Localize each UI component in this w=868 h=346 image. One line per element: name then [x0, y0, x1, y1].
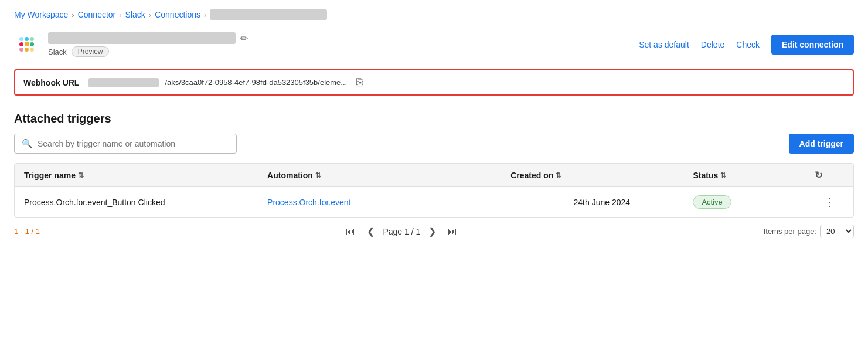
breadcrumb-connections[interactable]: Connections	[155, 10, 200, 19]
copy-icon[interactable]: ⎘	[356, 76, 363, 89]
breadcrumb-slack[interactable]: Slack	[125, 10, 145, 19]
connection-name-row: ✏	[48, 32, 248, 44]
svg-rect-1	[19, 42, 23, 46]
status-badge: Active	[693, 195, 731, 209]
svg-rect-3	[25, 42, 29, 46]
breadcrumb-sep-3: ›	[149, 11, 151, 19]
col-status: Status ⇅	[693, 169, 815, 181]
pagination-center: ⏮ ❮ Page 1 / 1 ❯ ⏭	[342, 225, 461, 238]
sort-automation-icon[interactable]: ⇅	[315, 171, 321, 179]
breadcrumb-sep-4: ›	[204, 11, 206, 19]
edit-pencil-icon[interactable]: ✏	[240, 33, 248, 44]
pagination-range: 1 - 1 / 1	[14, 227, 40, 236]
svg-rect-5	[25, 48, 29, 52]
first-page-button[interactable]: ⏮	[342, 225, 359, 238]
edit-connection-button[interactable]: Edit connection	[771, 35, 854, 55]
sort-created-on-icon[interactable]: ⇅	[556, 171, 561, 179]
items-per-page-select[interactable]: 20 10 50 100	[820, 225, 854, 238]
svg-rect-9	[30, 48, 34, 52]
table-header: Trigger name ⇅ Automation ⇅ Created on ⇅…	[15, 164, 853, 187]
header-actions: Set as default Delete Check Edit connect…	[639, 35, 854, 55]
table-row: Process.Orch.for.event_Button Clicked Pr…	[15, 187, 853, 217]
connection-header: ✏ Slack Preview Set as default Delete Ch…	[0, 27, 868, 65]
webhook-url-display: /aks/3caa0f72-0958-4ef7-98fd-da532305f35…	[88, 76, 845, 89]
cell-status: Active	[693, 195, 815, 209]
webhook-url-text: /aks/3caa0f72-0958-4ef7-98fd-da532305f35…	[165, 78, 347, 87]
items-per-page-label: Items per page:	[764, 227, 816, 236]
next-page-button[interactable]: ❯	[425, 225, 440, 238]
check-link[interactable]: Check	[736, 40, 760, 49]
svg-rect-4	[30, 42, 34, 46]
header-left: ✏ Slack Preview	[14, 32, 248, 57]
page-label: Page 1 / 1	[383, 227, 420, 236]
webhook-url-label: Webhook URL	[23, 78, 79, 87]
last-page-button[interactable]: ⏭	[444, 225, 461, 238]
cell-automation[interactable]: Process.Orch.for.event	[267, 198, 510, 207]
slack-label: Slack	[48, 48, 67, 56]
triggers-table: Trigger name ⇅ Automation ⇅ Created on ⇅…	[14, 163, 854, 218]
search-icon: 🔍	[22, 138, 33, 149]
svg-rect-7	[30, 37, 34, 41]
set-as-default-link[interactable]: Set as default	[639, 40, 689, 49]
delete-link[interactable]: Delete	[701, 40, 724, 49]
breadcrumb-connector[interactable]: Connector	[78, 10, 116, 19]
prev-page-button[interactable]: ❮	[363, 225, 378, 238]
col-trigger-name: Trigger name ⇅	[24, 169, 267, 181]
sort-trigger-name-icon[interactable]: ⇅	[78, 171, 84, 179]
breadcrumb-my-workspace[interactable]: My Workspace	[14, 10, 68, 19]
connection-name-blurred	[48, 32, 236, 44]
items-per-page: Items per page: 20 10 50 100	[764, 225, 854, 238]
search-box: 🔍	[14, 134, 237, 154]
search-input[interactable]	[38, 139, 229, 148]
svg-rect-2	[25, 37, 29, 41]
search-add-row: 🔍 Add trigger	[0, 134, 868, 163]
more-options-icon[interactable]: ⋮	[824, 196, 835, 208]
breadcrumb-sep-1: ›	[72, 11, 74, 19]
sort-status-icon[interactable]: ⇅	[720, 171, 726, 179]
attached-triggers-title: Attached triggers	[0, 107, 868, 134]
svg-rect-8	[19, 48, 23, 52]
col-actions: ↻	[815, 169, 844, 181]
refresh-icon[interactable]: ↻	[815, 169, 822, 181]
col-automation: Automation ⇅	[267, 169, 510, 181]
webhook-url-blurred	[88, 78, 159, 87]
cell-created-on: 24th June 2024	[510, 198, 693, 207]
breadcrumb: My Workspace › Connector › Slack › Conne…	[0, 0, 868, 27]
preview-badge: Preview	[72, 46, 110, 57]
cell-trigger-name: Process.Orch.for.event_Button Clicked	[24, 198, 267, 207]
svg-rect-6	[19, 37, 23, 41]
slack-logo-icon	[14, 32, 40, 57]
col-created-on: Created on ⇅	[510, 169, 693, 181]
webhook-section: Webhook URL /aks/3caa0f72-0958-4ef7-98fd…	[14, 69, 854, 96]
slack-label-row: Slack Preview	[48, 46, 248, 57]
pagination-row: 1 - 1 / 1 ⏮ ❮ Page 1 / 1 ❯ ⏭ Items per p…	[0, 218, 868, 245]
breadcrumb-sep-2: ›	[119, 11, 121, 19]
connection-info: ✏ Slack Preview	[48, 32, 248, 57]
add-trigger-button[interactable]: Add trigger	[789, 134, 854, 154]
breadcrumb-current-blurred	[210, 9, 327, 20]
cell-more: ⋮	[815, 196, 844, 209]
